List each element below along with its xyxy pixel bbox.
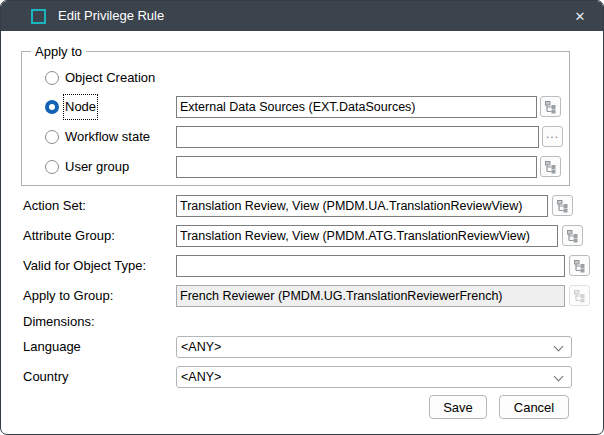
- node-tree-browse-button[interactable]: [540, 96, 561, 117]
- cancel-button[interactable]: Cancel: [499, 395, 569, 419]
- attribute-group-input[interactable]: [176, 225, 558, 247]
- action-set-tree-browse-button[interactable]: [552, 195, 573, 216]
- user-group-input[interactable]: [176, 156, 537, 178]
- action-set-input[interactable]: [176, 195, 548, 217]
- apply-to-legend: Apply to: [31, 44, 86, 59]
- radio-workflow-state-label[interactable]: Workflow state: [65, 126, 150, 148]
- radio-user-group[interactable]: [45, 160, 59, 174]
- valid-for-object-type-input[interactable]: [176, 255, 565, 277]
- close-icon[interactable]: ✕: [557, 1, 603, 31]
- valid-for-object-type-label: Valid for Object Type:: [23, 255, 146, 277]
- tree-icon: [573, 289, 587, 303]
- radio-workflow-state[interactable]: [45, 130, 59, 144]
- dimensions-label: Dimensions:: [23, 311, 95, 333]
- radio-user-group-label[interactable]: User group: [65, 156, 129, 178]
- tree-icon: [556, 199, 570, 213]
- radio-object-creation-label[interactable]: Object Creation: [65, 67, 155, 89]
- ellipsis-icon: ...: [546, 129, 559, 139]
- radio-node[interactable]: [45, 100, 59, 114]
- apply-to-group-input: [176, 285, 565, 307]
- user-group-tree-browse-button[interactable]: [540, 156, 561, 177]
- tree-icon: [544, 100, 558, 114]
- tree-icon: [544, 160, 558, 174]
- tree-icon: [566, 229, 580, 243]
- language-select[interactable]: <ANY>: [176, 336, 572, 358]
- app-icon: [31, 9, 46, 24]
- action-set-label: Action Set:: [23, 195, 86, 217]
- apply-to-group-label: Apply to Group:: [23, 285, 113, 307]
- language-select-value: <ANY>: [181, 340, 221, 354]
- language-label: Language: [23, 336, 81, 358]
- radio-object-creation[interactable]: [45, 71, 59, 85]
- workflow-state-browse-button[interactable]: ...: [542, 126, 563, 147]
- title-bar: Edit Privilege Rule ✕: [1, 1, 603, 31]
- attribute-group-tree-browse-button[interactable]: [562, 225, 583, 246]
- valid-for-object-type-tree-browse-button[interactable]: [569, 255, 590, 276]
- country-label: Country: [23, 366, 69, 388]
- dialog-title: Edit Privilege Rule: [58, 1, 164, 31]
- chevron-down-icon: [554, 372, 564, 382]
- radio-node-label[interactable]: Node: [65, 96, 96, 118]
- country-select[interactable]: <ANY>: [176, 366, 572, 388]
- node-input[interactable]: [176, 96, 537, 118]
- apply-to-group-tree-browse-button: [569, 285, 590, 306]
- edit-privilege-rule-dialog: Edit Privilege Rule ✕ Apply to Object Cr…: [0, 0, 604, 435]
- save-button[interactable]: Save: [429, 395, 487, 419]
- tree-icon: [573, 259, 587, 273]
- workflow-state-input[interactable]: [176, 126, 539, 148]
- attribute-group-label: Attribute Group:: [23, 225, 115, 247]
- country-select-value: <ANY>: [181, 370, 221, 384]
- chevron-down-icon: [554, 342, 564, 352]
